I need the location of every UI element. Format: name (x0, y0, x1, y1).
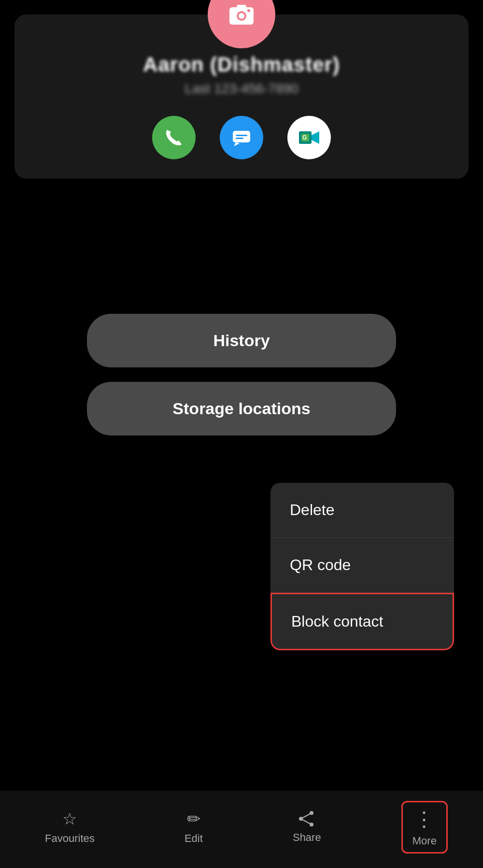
phone-icon (163, 127, 185, 148)
avatar-wrapper (208, 0, 275, 48)
more-icon: ⋮ (414, 807, 435, 831)
contact-phone: Last 123-456-7890 (185, 81, 298, 97)
call-button[interactable] (152, 116, 196, 159)
nav-favourites[interactable]: ☆ Favourites (35, 804, 104, 850)
svg-text:G: G (302, 134, 307, 141)
dropdown-menu: Delete QR code Block contact (270, 483, 454, 650)
delete-option[interactable]: Delete (270, 483, 454, 538)
nav-more-label: More (412, 835, 437, 847)
storage-locations-button[interactable]: Storage locations (87, 382, 396, 435)
svg-rect-3 (237, 5, 246, 9)
nav-share-label: Share (293, 831, 321, 844)
sms-button[interactable] (220, 116, 263, 159)
svg-point-4 (247, 9, 250, 12)
action-buttons: G (152, 116, 331, 159)
history-button[interactable]: History (87, 314, 396, 367)
meet-button[interactable]: G (287, 116, 331, 159)
contact-card: Aaron (Dishmaster) Last 123-456-7890 (14, 14, 469, 179)
share-icon (298, 810, 315, 827)
avatar (208, 0, 275, 48)
nav-favourites-label: Favourites (45, 832, 95, 845)
nav-more[interactable]: ⋮ More (401, 801, 448, 854)
svg-line-16 (301, 813, 312, 819)
svg-marker-10 (312, 131, 319, 144)
star-icon: ☆ (62, 809, 77, 828)
edit-icon: ✏ (187, 809, 200, 828)
block-contact-option[interactable]: Block contact (270, 593, 454, 650)
menu-buttons: History Storage locations (87, 314, 396, 435)
meet-icon: G (297, 126, 321, 150)
nav-edit-label: Edit (185, 832, 203, 845)
svg-point-2 (239, 13, 244, 19)
qr-code-option[interactable]: QR code (270, 538, 454, 593)
camera-icon (227, 0, 256, 29)
svg-rect-7 (236, 135, 247, 136)
contact-name: Aaron (Dishmaster) (143, 53, 340, 76)
svg-marker-6 (234, 142, 240, 146)
bottom-nav: ☆ Favourites ✏ Edit Share ⋮ More (0, 791, 483, 868)
nav-share[interactable]: Share (283, 805, 331, 849)
svg-rect-8 (236, 138, 243, 139)
message-icon (231, 127, 252, 148)
svg-rect-5 (233, 131, 250, 142)
nav-edit[interactable]: ✏ Edit (175, 804, 213, 850)
svg-line-17 (301, 819, 312, 825)
